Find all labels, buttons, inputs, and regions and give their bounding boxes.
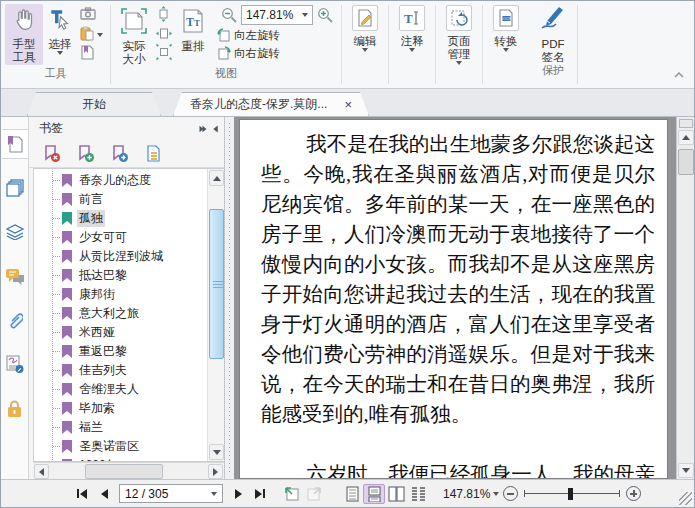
bookmark-item[interactable]: 毕加索 <box>53 399 207 418</box>
bookmark-item[interactable]: 意大利之旅 <box>53 304 207 323</box>
add-bookmark-button[interactable] <box>77 145 95 163</box>
split-view-button[interactable] <box>679 119 693 128</box>
previous-page-button[interactable] <box>93 485 115 503</box>
tab-document-active[interactable]: 香奈儿的态度-保罗.莫朗... × <box>173 92 369 116</box>
zoom-out-button[interactable] <box>220 6 238 24</box>
bookmark-item[interactable]: 重返巴黎 <box>53 342 207 361</box>
scrollbar-thumb[interactable] <box>678 149 694 175</box>
actual-size-icon <box>120 7 148 38</box>
select-tool-button[interactable]: 选择 <box>43 4 77 56</box>
goto-bookmark-button[interactable] <box>111 145 129 163</box>
zoom-out-circle-button[interactable] <box>503 486 518 501</box>
zoom-in-circle-button[interactable] <box>626 486 641 501</box>
tab-start[interactable]: 开始 <box>27 92 161 116</box>
actual-size-button[interactable]: 实际大小 <box>115 4 153 67</box>
rotate-right-button[interactable]: 向右旋转 <box>217 44 337 62</box>
pdf-reader-window: 手型工具 选择 <box>0 0 695 508</box>
clipboard-paste-button[interactable] <box>78 25 105 44</box>
comment-button[interactable]: T 注释 <box>389 1 435 88</box>
tab-close-icon[interactable]: × <box>344 97 352 112</box>
page-management-button[interactable]: 页面管理 <box>436 1 482 88</box>
page-thumbnails-tab[interactable] <box>2 173 28 203</box>
next-page-button[interactable] <box>227 485 249 503</box>
bookmark-item[interactable]: 舍维浬夫人 <box>53 380 207 399</box>
panel-collapse-icon[interactable] <box>213 125 218 133</box>
last-page-button[interactable] <box>249 485 271 503</box>
delete-bookmark-button[interactable] <box>43 145 61 163</box>
attachments-panel-tab[interactable] <box>2 305 28 335</box>
security-panel-tab[interactable] <box>2 393 28 423</box>
hand-tool-label: 手型工具 <box>9 38 39 64</box>
rotate-left-button[interactable]: 向左旋转 <box>217 26 337 44</box>
facing-layout-button[interactable] <box>385 484 407 504</box>
fit-page-button[interactable] <box>154 44 174 63</box>
window-resize-grip[interactable] <box>679 492 692 505</box>
signatures-panel-tab[interactable] <box>2 349 28 379</box>
bookmark-flag-icon <box>61 288 73 302</box>
fit-height-button[interactable] <box>154 6 174 25</box>
chevron-down-icon[interactable] <box>493 492 499 496</box>
previous-view-button[interactable] <box>281 485 303 503</box>
bookmark-item[interactable]: 米西娅 <box>53 323 207 342</box>
page-number-combobox[interactable]: 12 / 305 <box>119 484 223 503</box>
document-vertical-scrollbar[interactable] <box>676 117 694 479</box>
zoom-level-combobox[interactable]: 147.81% <box>241 5 313 25</box>
next-view-button[interactable] <box>303 485 325 503</box>
paperclip-icon <box>7 310 23 330</box>
bookmark-flag-icon <box>61 307 73 321</box>
bookmark-page-button[interactable] <box>78 44 105 63</box>
bookmark-item[interactable]: 福兰 <box>53 418 207 437</box>
bookmarks-vertical-scrollbar[interactable] <box>207 169 224 461</box>
protect-group: PDF签名 保护 <box>529 1 577 88</box>
bookmark-item[interactable]: 抵达巴黎 <box>53 266 207 285</box>
zoom-level-value: 147.81% <box>246 8 293 22</box>
continuous-layout-button[interactable] <box>363 484 385 504</box>
bookmark-item[interactable]: 前言 <box>53 190 207 209</box>
zoom-in-button[interactable] <box>316 6 334 24</box>
reflow-button[interactable]: TT 重排 <box>175 4 211 54</box>
edit-label: 编辑 <box>354 35 377 48</box>
edit-button[interactable]: 编辑 <box>342 1 388 88</box>
bookmark-item[interactable]: 圣奥诺雷区 <box>53 437 207 456</box>
expand-bookmarks-button[interactable] <box>145 145 163 163</box>
bookmark-item[interactable]: 1922年 <box>53 456 207 461</box>
scroll-down-button[interactable] <box>678 463 694 478</box>
bookmark-item[interactable]: 佳吉列夫 <box>53 361 207 380</box>
single-page-layout-button[interactable] <box>341 484 363 504</box>
scroll-down-button[interactable] <box>209 444 224 460</box>
scrollbar-thumb[interactable] <box>209 209 224 359</box>
fit-width-button[interactable] <box>154 25 174 44</box>
scrollbar-thumb[interactable] <box>85 464 163 479</box>
bookmarks-horizontal-scrollbar[interactable] <box>33 462 224 479</box>
pdf-sign-button[interactable]: PDF签名 <box>531 1 575 64</box>
bookmark-item[interactable]: 康邦街 <box>53 285 207 304</box>
zoom-slider-handle[interactable] <box>568 488 573 500</box>
scroll-left-button[interactable] <box>34 464 49 479</box>
first-page-button[interactable] <box>71 485 93 503</box>
layers-panel-tab[interactable] <box>2 217 28 247</box>
panel-resize-handle[interactable] <box>225 117 234 479</box>
page-management-label: 页面管理 <box>446 35 472 61</box>
page-number-value: 12 / 305 <box>125 487 168 501</box>
bookmark-page-icon <box>6 135 24 153</box>
bookmark-flag-icon <box>61 345 73 359</box>
bookmark-item[interactable]: 从贡比涅到波城 <box>53 247 207 266</box>
bookmark-item-selected[interactable]: 孤独 <box>53 209 207 228</box>
zoom-slider[interactable] <box>524 487 620 501</box>
svg-text:T: T <box>404 11 413 26</box>
bookmark-item[interactable]: 香奈儿的态度 <box>53 171 207 190</box>
scroll-up-button[interactable] <box>678 130 694 145</box>
convert-button[interactable]: OCR 转换 <box>483 1 529 88</box>
bookmarks-panel-tab[interactable] <box>2 129 28 159</box>
comments-panel-tab[interactable] <box>2 261 28 291</box>
ribbon-collapse-button[interactable] <box>672 70 686 80</box>
scroll-right-button[interactable] <box>208 464 223 479</box>
bookmark-item[interactable]: 少女可可 <box>53 228 207 247</box>
comments-icon <box>5 267 25 285</box>
scroll-up-button[interactable] <box>209 170 224 186</box>
continuous-facing-layout-button[interactable] <box>407 484 429 504</box>
panel-expand-icon[interactable] <box>199 125 207 133</box>
hand-tool-button[interactable]: 手型工具 <box>5 4 43 65</box>
snapshot-button[interactable] <box>78 6 105 25</box>
view-group-label: 视图 <box>115 66 337 82</box>
